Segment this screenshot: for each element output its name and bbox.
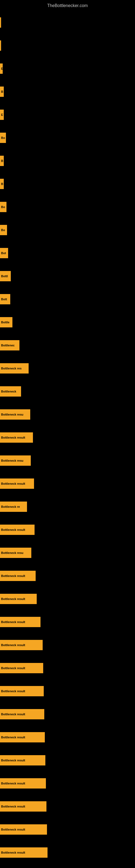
bar-12: Bottl bbox=[0, 271, 11, 281]
bar-row: Bottleneck result bbox=[0, 749, 135, 772]
bar-label-3: E bbox=[1, 67, 3, 70]
bar-31: Bottleneck result bbox=[0, 709, 44, 719]
bar-row: Bottleneck result bbox=[0, 772, 135, 795]
bar-28: Bottleneck result bbox=[0, 640, 43, 650]
bar-row: Bottleneck re bbox=[0, 495, 135, 518]
bar-35: Bottleneck result bbox=[0, 801, 46, 812]
bar-3: E bbox=[0, 63, 3, 74]
bar-19: Bottleneck result bbox=[0, 432, 33, 443]
bar-label-26: Bottleneck result bbox=[1, 597, 25, 600]
bar-label-28: Bottleneck result bbox=[1, 643, 25, 647]
bar-row: Bottleneck result bbox=[0, 680, 135, 703]
bar-row: Bottleneck result bbox=[0, 587, 135, 610]
bar-row: Bo bbox=[0, 195, 135, 218]
bar-label-13: Bott bbox=[1, 298, 7, 301]
bar-row: Bottleneck result bbox=[0, 518, 135, 541]
bar-label-21: Bottleneck result bbox=[1, 482, 25, 485]
bar-10: Bo bbox=[0, 225, 7, 235]
bar-row: Bottleneck resu bbox=[0, 403, 135, 426]
bar-29: Bottleneck result bbox=[0, 663, 43, 673]
bar-row: Bo bbox=[0, 218, 135, 241]
bar-17: Bottleneck bbox=[0, 386, 21, 397]
bar-18: Bottleneck resu bbox=[0, 409, 30, 420]
bar-label-32: Bottleneck result bbox=[1, 736, 25, 739]
bar-row: B bbox=[0, 172, 135, 195]
bar-label-25: Bottleneck result bbox=[1, 574, 25, 578]
bar-row: Bottleneck result bbox=[0, 610, 135, 633]
bar-label-33: Bottleneck result bbox=[1, 759, 25, 762]
bar-row: Bo bbox=[0, 126, 135, 149]
bar-26: Bottleneck result bbox=[0, 594, 37, 604]
bar-row: | bbox=[0, 34, 135, 57]
bars-container: ||EBEBoBBBoBoBotBottlBottBottleBottlenec… bbox=[0, 11, 135, 864]
bar-row: Bottleneck result bbox=[0, 656, 135, 680]
bar-label-36: Bottleneck result bbox=[1, 828, 25, 831]
bar-label-15: Bottlenec bbox=[1, 344, 14, 347]
bar-label-8: B bbox=[1, 182, 3, 186]
bar-label-24: Bottleneck resu bbox=[1, 551, 24, 554]
bar-label-6: Bo bbox=[1, 136, 5, 140]
bar-row: Bottle bbox=[0, 311, 135, 334]
bar-label-17: Bottleneck bbox=[1, 390, 16, 393]
bar-15: Bottlenec bbox=[0, 340, 19, 350]
bar-label-29: Bottleneck result bbox=[1, 666, 25, 670]
bar-1: | bbox=[0, 18, 1, 28]
bar-label-10: Bo bbox=[1, 228, 5, 231]
bar-21: Bottleneck result bbox=[0, 478, 34, 489]
bar-5: E bbox=[0, 110, 4, 120]
bar-label-37: Bottleneck result bbox=[1, 851, 25, 854]
bar-23: Bottleneck result bbox=[0, 525, 35, 535]
bar-row: Bott bbox=[0, 287, 135, 311]
bar-row: E bbox=[0, 103, 135, 126]
bar-row: | bbox=[0, 11, 135, 34]
bar-37: Bottleneck result bbox=[0, 847, 48, 858]
bar-row: Bottleneck result bbox=[0, 841, 135, 864]
bar-label-9: Bo bbox=[1, 205, 5, 209]
bar-34: Bottleneck result bbox=[0, 778, 46, 788]
bar-24: Bottleneck resu bbox=[0, 548, 31, 558]
bar-row: Bottl bbox=[0, 265, 135, 287]
site-title: TheBottlenecker.com bbox=[0, 1, 135, 10]
bar-36: Bottleneck result bbox=[0, 824, 47, 835]
bar-6: Bo bbox=[0, 133, 6, 143]
bar-8: B bbox=[0, 179, 4, 189]
bar-row: Bottleneck result bbox=[0, 818, 135, 841]
bar-row: Bottleneck result bbox=[0, 725, 135, 749]
bar-row: B bbox=[0, 149, 135, 172]
bar-row: Bottleneck result bbox=[0, 703, 135, 725]
bar-label-35: Bottleneck result bbox=[1, 805, 25, 808]
bar-label-18: Bottleneck resu bbox=[1, 413, 24, 416]
bar-label-12: Bottl bbox=[1, 275, 8, 278]
bar-row: Bottleneck result bbox=[0, 633, 135, 656]
bar-row: Bottleneck bbox=[0, 380, 135, 403]
bar-label-11: Bot bbox=[1, 251, 6, 255]
bar-row: Bottleneck result bbox=[0, 795, 135, 818]
bar-label-4: B bbox=[1, 90, 3, 93]
bar-row: Bottleneck result bbox=[0, 472, 135, 495]
bar-row: Bottleneck res bbox=[0, 357, 135, 380]
bar-label-20: Bottleneck resu bbox=[1, 459, 24, 462]
bar-14: Bottle bbox=[0, 317, 12, 328]
bar-7: B bbox=[0, 156, 4, 166]
bar-row: Bottlenec bbox=[0, 334, 135, 357]
bar-row: B bbox=[0, 80, 135, 103]
bar-2: | bbox=[0, 40, 1, 51]
bar-row: Bottleneck result bbox=[0, 564, 135, 587]
bar-label-27: Bottleneck result bbox=[1, 620, 25, 624]
bar-label-31: Bottleneck result bbox=[1, 713, 25, 716]
bar-label-23: Bottleneck result bbox=[1, 528, 25, 531]
bar-row: E bbox=[0, 57, 135, 80]
bar-20: Bottleneck resu bbox=[0, 456, 31, 466]
bar-label-14: Bottle bbox=[1, 321, 9, 324]
bar-30: Bottleneck result bbox=[0, 686, 44, 696]
bar-row: Bot bbox=[0, 241, 135, 265]
bar-33: Bottleneck result bbox=[0, 755, 45, 766]
bar-label-7: B bbox=[1, 159, 3, 162]
bar-25: Bottleneck result bbox=[0, 571, 36, 581]
bar-32: Bottleneck result bbox=[0, 732, 45, 742]
bar-label-34: Bottleneck result bbox=[1, 782, 25, 785]
bar-9: Bo bbox=[0, 202, 6, 212]
bar-4: B bbox=[0, 87, 4, 97]
bar-label-19: Bottleneck result bbox=[1, 436, 25, 439]
bar-27: Bottleneck result bbox=[0, 617, 41, 627]
